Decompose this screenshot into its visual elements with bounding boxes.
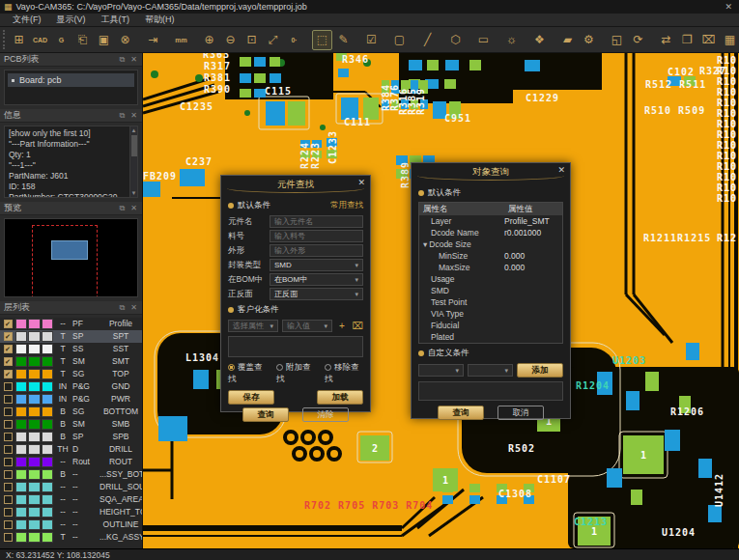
tool-swap-layer-button[interactable]: ⇄ (656, 30, 676, 50)
window-close-icon[interactable]: ✕ (722, 2, 735, 12)
tool-copy-button[interactable]: ❐ (677, 30, 697, 50)
attribute-row-Dcode-Name[interactable]: Dcode Namer0.001000 (419, 227, 562, 238)
layer-row-SPT[interactable]: ✔TSPSPT (0, 330, 142, 343)
tool-highlight-button[interactable]: ☼ (501, 30, 522, 50)
cancel-button[interactable]: 取消 (497, 406, 544, 420)
tool-open-button[interactable]: ⎗ (72, 30, 93, 50)
query-custom-select-1[interactable]: ▾ (468, 364, 513, 377)
tool-cad-import-button[interactable]: CAD (30, 30, 50, 50)
pcb-board-item[interactable]: Board: pcb (8, 73, 134, 87)
tool-tag-button[interactable]: ❖ (529, 30, 550, 50)
menu-item-0[interactable]: 文件(F) (6, 13, 48, 27)
layer-row-SMT[interactable]: ✔TSMSMT (0, 355, 142, 368)
layer-visibility-checkbox[interactable]: ✔ (4, 345, 13, 353)
find-mode-radio-1[interactable]: 附加查找 (276, 362, 315, 385)
attribute-row-Plated[interactable]: Plated (419, 331, 562, 343)
tool-save-button[interactable]: ▣ (94, 30, 114, 50)
find-0-input[interactable]: 输入元件名 (270, 215, 363, 228)
tool-grid-button[interactable]: ▦ (720, 30, 739, 50)
tool-select-filter-button[interactable]: ☑ (361, 30, 382, 50)
find-mode-radio-2[interactable]: 移除查找 (325, 362, 363, 385)
layer-visibility-checkbox[interactable]: ✔ (4, 332, 13, 341)
layer-row-OUTLINE[interactable]: ----OUTLINE (0, 518, 142, 531)
attribute-row-Usage[interactable]: Usage (419, 273, 562, 285)
tool-draw-polygon-button[interactable]: ⬡ (445, 30, 466, 50)
layer-row-ROUT[interactable]: --RoutROUT (0, 456, 142, 468)
tool-select-rect-button[interactable]: ⬚ (312, 30, 332, 50)
tool-zoom-out-button[interactable]: ⊖ (220, 30, 241, 50)
layer-visibility-checkbox[interactable]: ✔ (4, 370, 13, 378)
tool-pan-view-button[interactable]: ⟳ (628, 30, 648, 50)
layer-row-DRILL-SOUR[interactable]: ----DRILL_SOUR (0, 481, 142, 493)
toolbar-grip[interactable] (3, 30, 5, 49)
close-icon[interactable]: ✕ (557, 165, 565, 175)
add-condition-icon[interactable]: + (336, 321, 348, 331)
preview-canvas[interactable] (4, 218, 138, 297)
find-mode-radio-0[interactable]: 覆盖查找 (228, 362, 267, 385)
layer-row--KG-ASSY-TOP[interactable]: T--...KG_ASSY_TOP (0, 531, 142, 544)
find-3-select[interactable]: SMD▾ (270, 259, 363, 271)
layer-visibility-checkbox[interactable]: ✔ (4, 320, 13, 328)
close-panel-icon[interactable]: ✕ (129, 111, 138, 120)
layer-row-DRILL[interactable]: THDDRILL (0, 443, 142, 456)
dialog-titlebar[interactable]: 对象查询 ✕ (412, 163, 570, 182)
query-button[interactable]: 查询 (242, 407, 289, 422)
tool-draw-measure-button[interactable]: ✎ (333, 30, 354, 50)
close-panel-icon[interactable]: ✕ (129, 303, 138, 312)
layer-visibility-checkbox[interactable] (4, 520, 13, 529)
layer-row-SST[interactable]: ✔TSSSST (0, 343, 142, 355)
layer-visibility-checkbox[interactable] (4, 407, 13, 416)
layer-row-TOP[interactable]: ✔TSGTOP (0, 368, 142, 380)
tool-gerber-import-button[interactable]: G (51, 30, 71, 50)
menu-item-2[interactable]: 工具(T) (95, 13, 137, 27)
tool-new-button[interactable]: ⊞ (9, 30, 29, 50)
custom-attribute-select[interactable]: 选择属性▾ (228, 320, 278, 332)
layer-visibility-checkbox[interactable] (4, 433, 13, 441)
close-panel-icon[interactable]: ✕ (129, 55, 138, 64)
float-panel-icon[interactable]: ⧉ (119, 55, 127, 65)
tool-rect-settings-button[interactable]: ⚙ (579, 30, 599, 50)
tool-rounded-rect-button[interactable]: ▭ (473, 30, 494, 50)
add-button[interactable]: 添加 (517, 363, 563, 378)
layer-visibility-checkbox[interactable]: ✔ (4, 357, 13, 366)
scroll-up-icon[interactable]: ▲ (131, 126, 137, 134)
layer-row-SQA-AREAS[interactable]: ----SQA_AREAS (0, 493, 142, 506)
clear-button[interactable]: 清除 (302, 407, 349, 422)
pcb-canvas[interactable]: 21111 R363R317R381R390C1235C115C111R346C… (143, 53, 739, 548)
tool-export-button[interactable]: ⇥ (143, 30, 163, 50)
float-panel-icon[interactable]: ⧉ (119, 303, 127, 313)
menu-item-3[interactable]: 帮助(H) (138, 13, 182, 27)
close-panel-icon[interactable]: ✕ (129, 204, 138, 212)
layer-row-HEIGHT-TOP[interactable]: ----HEIGHT_TOP (0, 506, 142, 518)
attribute-row-SMD[interactable]: SMD (419, 285, 562, 296)
find-1-input[interactable]: 输入料号 (270, 230, 363, 242)
expander-icon[interactable]: ▾ (423, 239, 427, 249)
layer-row-SPB[interactable]: BSPSPB (0, 431, 142, 443)
tool-delete-button[interactable]: ⌧ (698, 30, 719, 50)
layer-visibility-checkbox[interactable] (4, 483, 13, 491)
tool-measure-button[interactable]: mm (171, 30, 191, 50)
layer-visibility-checkbox[interactable] (4, 445, 13, 454)
attribute-row-Fiducial[interactable]: Fiducial (419, 320, 562, 331)
layer-visibility-checkbox[interactable] (4, 458, 13, 466)
close-icon[interactable]: ✕ (357, 178, 365, 187)
custom-condition-list[interactable] (228, 336, 363, 357)
tool-zoom-in-button[interactable]: ⊕ (199, 30, 219, 50)
layer-row--SSY-BOTTOM[interactable]: B--...SSY_BOTTOM (0, 468, 142, 481)
tool-area-search-button[interactable]: ◱ (607, 30, 627, 50)
layer-visibility-checkbox[interactable] (4, 420, 13, 429)
scroll-down-icon[interactable]: ▼ (131, 189, 137, 197)
custom-condition-list[interactable] (418, 381, 563, 401)
layer-visibility-checkbox[interactable] (4, 533, 13, 542)
custom-value-input[interactable]: 输入值▾ (282, 320, 332, 332)
tool-zoom-window-button[interactable]: ⊡ (242, 30, 262, 50)
float-panel-icon[interactable]: ⧉ (119, 204, 127, 213)
layer-row-PWR[interactable]: INP&GPWR (0, 393, 142, 406)
layer-row-GND[interactable]: INP&GGND (0, 380, 142, 393)
preview-viewport[interactable] (51, 240, 88, 260)
common-find-link[interactable]: 常用查找 (330, 200, 363, 211)
layer-visibility-checkbox[interactable] (4, 495, 13, 504)
find-2-input[interactable]: 输入外形 (270, 244, 363, 257)
layer-row-Profile[interactable]: ✔--PFProfile (0, 318, 142, 330)
layer-row-SMB[interactable]: BSMSMB (0, 418, 142, 431)
